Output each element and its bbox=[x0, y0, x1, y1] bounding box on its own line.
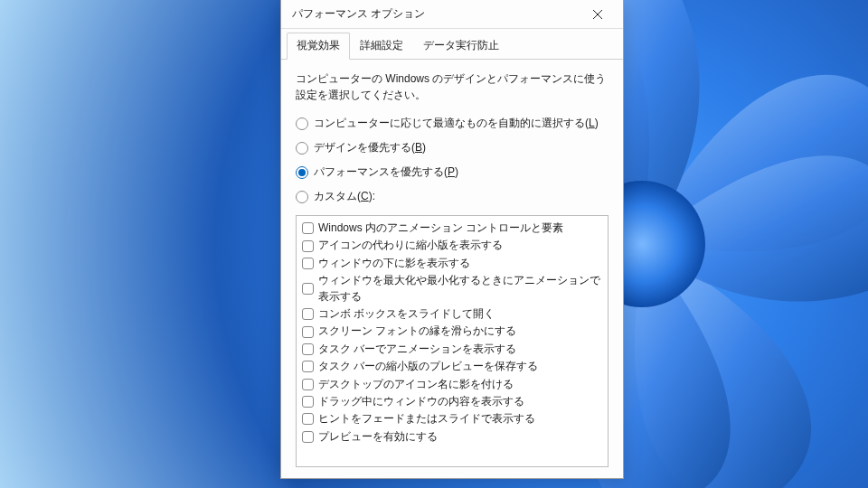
checkbox-indicator bbox=[302, 396, 314, 408]
radio-indicator bbox=[296, 166, 308, 179]
radio-indicator bbox=[296, 117, 308, 130]
radio-group: コンピューターに応じて最適なものを自動的に選択する(L)デザインを優先する(B)… bbox=[296, 116, 609, 213]
effect-checkbox-4[interactable]: コンボ ボックスをスライドして開く bbox=[300, 305, 604, 323]
radio-option-1[interactable]: デザインを優先する(B) bbox=[296, 140, 609, 155]
radio-label: デザインを優先する(B) bbox=[314, 140, 426, 155]
tab-2[interactable]: データ実行防止 bbox=[413, 33, 509, 59]
checkbox-indicator bbox=[302, 326, 314, 338]
effect-checkbox-8[interactable]: デスクトップのアイコン名に影を付ける bbox=[300, 376, 604, 393]
effect-checkbox-7[interactable]: タスク バーの縮小版のプレビューを保存する bbox=[300, 358, 604, 375]
checkbox-indicator bbox=[302, 379, 314, 390]
checkbox-label: タスク バーの縮小版のプレビューを保存する bbox=[318, 359, 538, 374]
effect-checkbox-11[interactable]: プレビューを有効にする bbox=[300, 428, 604, 446]
checkbox-label: Windows 内のアニメーション コントロールと要素 bbox=[318, 221, 563, 236]
effect-checkbox-3[interactable]: ウィンドウを最大化や最小化するときにアニメーションで表示する bbox=[300, 272, 604, 305]
checkbox-label: ウィンドウを最大化や最小化するときにアニメーションで表示する bbox=[318, 273, 602, 305]
close-button[interactable] bbox=[578, 2, 618, 27]
radio-label: コンピューターに応じて最適なものを自動的に選択する(L) bbox=[314, 116, 599, 131]
tab-1[interactable]: 詳細設定 bbox=[350, 33, 413, 59]
tab-content-visual-effects: コンピューターの Windows のデザインとパフォーマンスに使う設定を選択して… bbox=[281, 60, 623, 478]
checkbox-label: デスクトップのアイコン名に影を付ける bbox=[318, 377, 514, 392]
performance-options-dialog: パフォーマンス オプション 視覚効果詳細設定データ実行防止 コンピューターの W… bbox=[280, 0, 624, 479]
radio-label: パフォーマンスを優先する(P) bbox=[314, 164, 458, 180]
checkbox-indicator bbox=[302, 431, 314, 443]
checkbox-label: プレビューを有効にする bbox=[318, 429, 438, 445]
checkbox-label: ウィンドウの下に影を表示する bbox=[318, 256, 470, 271]
tabs: 視覚効果詳細設定データ実行防止 bbox=[281, 29, 623, 60]
checkbox-label: コンボ ボックスをスライドして開く bbox=[318, 306, 495, 322]
close-icon bbox=[593, 10, 602, 19]
checkbox-indicator bbox=[302, 222, 314, 234]
radio-option-2[interactable]: パフォーマンスを優先する(P) bbox=[296, 164, 609, 180]
checkbox-label: アイコンの代わりに縮小版を表示する bbox=[318, 238, 503, 253]
effect-checkbox-6[interactable]: タスク バーでアニメーションを表示する bbox=[300, 341, 604, 358]
description-text: コンピューターの Windows のデザインとパフォーマンスに使う設定を選択して… bbox=[296, 70, 609, 103]
effect-checkbox-1[interactable]: アイコンの代わりに縮小版を表示する bbox=[300, 237, 604, 254]
titlebar: パフォーマンス オプション bbox=[281, 0, 623, 29]
checkbox-label: ヒントをフェードまたはスライドで表示する bbox=[318, 411, 535, 427]
checkbox-indicator bbox=[302, 283, 314, 295]
tab-0[interactable]: 視覚効果 bbox=[287, 33, 350, 60]
checkbox-indicator bbox=[302, 361, 314, 372]
radio-label: カスタム(C): bbox=[314, 189, 375, 204]
effect-checkbox-2[interactable]: ウィンドウの下に影を表示する bbox=[300, 255, 604, 272]
effect-checkbox-5[interactable]: スクリーン フォントの縁を滑らかにする bbox=[300, 323, 604, 340]
checkbox-indicator bbox=[302, 343, 314, 355]
effect-checkbox-0[interactable]: Windows 内のアニメーション コントロールと要素 bbox=[300, 220, 604, 237]
effect-checkbox-9[interactable]: ドラッグ中にウィンドウの内容を表示する bbox=[300, 393, 604, 410]
radio-indicator bbox=[296, 191, 308, 203]
radio-option-0[interactable]: コンピューターに応じて最適なものを自動的に選択する(L) bbox=[296, 116, 609, 131]
radio-option-3[interactable]: カスタム(C): bbox=[296, 189, 609, 204]
dialog-title: パフォーマンス オプション bbox=[292, 6, 578, 22]
checkbox-label: スクリーン フォントの縁を滑らかにする bbox=[318, 324, 516, 339]
checkbox-label: ドラッグ中にウィンドウの内容を表示する bbox=[318, 394, 524, 409]
desktop-background: パフォーマンス オプション 視覚効果詳細設定データ実行防止 コンピューターの W… bbox=[0, 0, 868, 488]
radio-indicator bbox=[296, 142, 308, 155]
checkbox-indicator bbox=[302, 413, 314, 425]
effects-listbox[interactable]: Windows 内のアニメーション コントロールと要素アイコンの代わりに縮小版を… bbox=[296, 215, 609, 467]
checkbox-indicator bbox=[302, 240, 314, 252]
checkbox-indicator bbox=[302, 258, 314, 269]
checkbox-label: タスク バーでアニメーションを表示する bbox=[318, 342, 516, 357]
effect-checkbox-10[interactable]: ヒントをフェードまたはスライドで表示する bbox=[300, 410, 604, 427]
checkbox-indicator bbox=[302, 308, 314, 320]
